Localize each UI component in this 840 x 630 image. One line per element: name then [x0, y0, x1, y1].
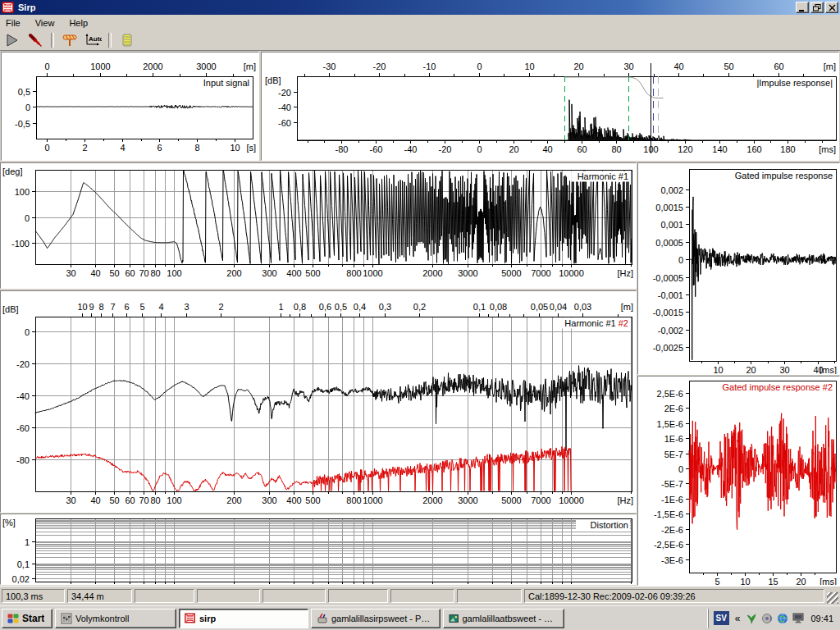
menu-view[interactable]: View [35, 18, 55, 28]
svg-text:3000: 3000 [458, 495, 477, 505]
tray-display-icon[interactable] [792, 613, 805, 623]
svg-text:[m]: [m] [244, 62, 256, 71]
settings-tool-button[interactable] [25, 31, 45, 49]
svg-text:7000: 7000 [531, 495, 550, 505]
harmonic-magnitude-plot[interactable]: 3040506070801002003004005008001000200030… [0, 290, 637, 513]
task-paint[interactable]: gamlalillasirpsweet - Paint [311, 609, 441, 628]
svg-text:0,0005: 0,0005 [655, 238, 683, 248]
svg-text:10: 10 [77, 302, 87, 312]
svg-text:30: 30 [623, 62, 633, 71]
image-viewer-icon [449, 613, 459, 624]
svg-text:0,3: 0,3 [379, 302, 391, 312]
svg-text:0,002: 0,002 [660, 185, 683, 195]
task-image-viewer[interactable]: gamlalillaatbsweet - Visni... [443, 609, 564, 628]
svg-text:500: 500 [305, 268, 320, 278]
minimize-button[interactable] [796, 2, 809, 13]
svg-text:-20: -20 [373, 62, 386, 71]
svg-text:Input signal: Input signal [203, 78, 249, 88]
svg-text:800: 800 [346, 495, 361, 505]
svg-text:-20: -20 [278, 88, 291, 98]
resize-grip[interactable] [827, 592, 838, 604]
svg-text:6: 6 [157, 143, 162, 153]
svg-text:-60: -60 [370, 144, 383, 154]
svg-text:-20: -20 [439, 144, 452, 154]
title-bar[interactable]: Sirp [0, 0, 840, 15]
harmonic-phase-plot[interactable]: 3040506070801002003004005008001000200030… [0, 162, 637, 289]
menu-file[interactable]: File [6, 18, 21, 28]
gated-impulse-response2-plot[interactable]: 5101520[ms]2,5E-62E-61,5E-61E-65E-70-5E-… [637, 376, 840, 586]
svg-text:Gated impulse response #2: Gated impulse response #2 [722, 382, 833, 392]
svg-text:70: 70 [139, 268, 148, 278]
close-button[interactable] [825, 2, 838, 13]
svg-text:180: 180 [780, 144, 795, 154]
svg-text:-0,5: -0,5 [15, 119, 30, 129]
task-label: gamlalillaatbsweet - Visni... [462, 614, 559, 623]
svg-text:60: 60 [125, 268, 135, 278]
gated-impulse-response-plot[interactable]: 10203040[ms]0,0020,00150,0010,00050-0,00… [637, 162, 840, 375]
svg-text:0,05: 0,05 [531, 302, 548, 312]
svg-text:5000: 5000 [501, 268, 521, 278]
svg-text:50: 50 [109, 268, 119, 278]
taskbar-clock[interactable]: 09:41 [810, 614, 833, 623]
svg-text:4: 4 [120, 143, 125, 153]
svg-text:-0,001: -0,001 [658, 290, 683, 300]
svg-text:5E-7: 5E-7 [664, 450, 683, 459]
svg-text:[ms]: [ms] [819, 365, 837, 374]
svg-text:0,0015: 0,0015 [655, 203, 683, 212]
impulse-response-plot[interactable]: -80-60-40-20020406080100120140160180[ms]… [261, 52, 839, 161]
svg-text:|Impulse response|: |Impulse response| [756, 78, 833, 88]
svg-text:300: 300 [262, 495, 276, 505]
autoscale-button[interactable]: Auto [83, 31, 103, 49]
svg-text:200: 200 [226, 495, 241, 505]
svg-text:0,08: 0,08 [490, 302, 507, 312]
svg-text:-5E-7: -5E-7 [661, 479, 683, 489]
svg-text:-60: -60 [16, 423, 30, 433]
language-indicator[interactable]: SV [714, 611, 729, 625]
svg-text:0,1: 0,1 [17, 559, 30, 569]
svg-text:1,5E-6: 1,5E-6 [657, 419, 683, 429]
start-button[interactable]: Start [2, 609, 52, 628]
svg-text:2,5E-6: 2,5E-6 [657, 389, 683, 399]
svg-text:30: 30 [779, 365, 789, 374]
svg-text:5000: 5000 [501, 495, 521, 505]
svg-text:[dB]: [dB] [2, 304, 19, 314]
task-sirp[interactable]: sirp [179, 609, 308, 628]
svg-text:2: 2 [218, 302, 223, 312]
status-panel [328, 589, 388, 603]
svg-text:9: 9 [89, 302, 94, 312]
svg-text:500: 500 [305, 495, 320, 505]
system-tray: SV « 09:41 [708, 609, 838, 628]
input-signal-plot[interactable]: 0246810[s]0100020003000[m]0,50-0,5Input … [1, 52, 259, 161]
svg-text:1000: 1000 [363, 495, 382, 505]
tray-chevron-button[interactable]: « [733, 613, 742, 624]
svg-text:[Hz]: [Hz] [617, 495, 633, 505]
svg-text:5: 5 [714, 577, 719, 585]
tray-globe-icon[interactable] [777, 613, 788, 624]
svg-text:0,03: 0,03 [574, 302, 591, 312]
tray-plant-icon[interactable] [746, 613, 757, 624]
svg-text:10: 10 [740, 577, 750, 585]
svg-text:[ms]: [ms] [819, 144, 836, 154]
gate-marker-button[interactable] [60, 31, 80, 49]
svg-text:0,6: 0,6 [319, 302, 331, 312]
svg-text:[deg]: [deg] [2, 167, 22, 176]
menu-help[interactable]: Help [69, 18, 88, 28]
task-volymkontroll[interactable]: Volymkontroll [55, 609, 176, 628]
svg-text:0: 0 [678, 255, 683, 265]
distortion-plot[interactable]: 10,10,02[%]Distortion [0, 514, 637, 585]
tray-speaker-icon[interactable] [761, 613, 773, 624]
restore-button[interactable] [810, 2, 824, 13]
levels-list-button[interactable] [117, 31, 137, 49]
play-button[interactable] [2, 31, 22, 49]
svg-text:-40: -40 [278, 103, 291, 112]
svg-text:15: 15 [768, 577, 778, 585]
start-label: Start [22, 613, 44, 624]
svg-text:4: 4 [158, 302, 163, 312]
svg-text:Harmonic #1 #2: Harmonic #1 #2 [564, 318, 628, 328]
svg-text:10000: 10000 [559, 268, 584, 278]
svg-text:10: 10 [524, 62, 534, 71]
svg-text:10: 10 [713, 365, 723, 374]
svg-text:160: 160 [746, 144, 761, 154]
svg-text:120: 120 [678, 144, 692, 154]
svg-text:30: 30 [66, 495, 75, 505]
